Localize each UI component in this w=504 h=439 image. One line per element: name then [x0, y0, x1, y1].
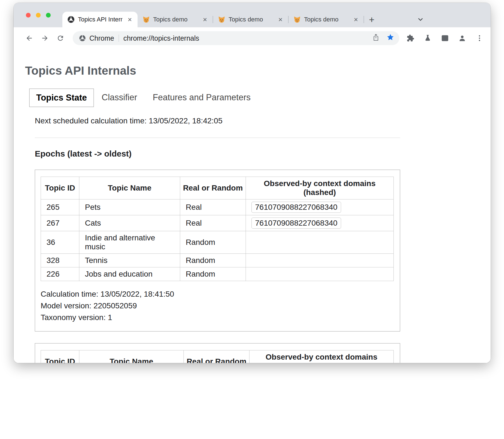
tab-features-and-parameters[interactable]: Features and Parameters [145, 89, 259, 107]
cell-observed-by [246, 231, 394, 254]
cell-topic-name: Pets [79, 199, 180, 215]
extensions-puzzle-icon[interactable] [405, 33, 416, 44]
table-row: 267 Cats Real 7610709088227068340 [41, 215, 394, 231]
page-tabs: Topics State Classifier Features and Par… [29, 89, 479, 107]
tab-close-icon[interactable]: × [277, 16, 284, 23]
browser-toolbar: Chrome chrome://topics-internals [14, 27, 491, 49]
cell-real-or-random: Random [180, 254, 246, 267]
cell-real-or-random: Real [180, 199, 246, 215]
reload-icon[interactable] [54, 32, 67, 44]
forward-icon[interactable] [39, 32, 51, 44]
tab-title: Topics API Intern [78, 16, 123, 23]
table-header-row: Topic ID Topic Name Real or Random Obser… [41, 177, 394, 199]
model-version: Model version: 2205052059 [41, 300, 394, 312]
cell-topic-name: Cats [79, 215, 180, 231]
tab-strip: Topics API Intern × Topics demo × [14, 3, 491, 27]
cell-real-or-random: Random [180, 231, 246, 254]
side-panel-icon[interactable] [439, 33, 451, 44]
cell-topic-name: Tennis [79, 254, 180, 267]
hashed-domain-chip: 7610709088227068340 [251, 202, 341, 213]
cell-real-or-random: Random [180, 267, 246, 281]
header-real-or-random: Real or Random [180, 177, 246, 199]
table-header-row: Topic ID Topic Name Real or Random Obser… [41, 350, 394, 363]
new-tab-button[interactable]: + [364, 12, 380, 27]
table-row: 265 Pets Real 7610709088227068340 [41, 199, 394, 215]
hashed-domain-chip: 7610709088227068340 [251, 218, 341, 229]
bookmark-star-icon[interactable] [386, 33, 394, 43]
cat-icon [293, 16, 301, 23]
header-observed-by: Observed-by context domains (hashed) [246, 177, 394, 199]
tab-topics-state[interactable]: Topics State [29, 89, 94, 107]
table-row: 36 Indie and alternative music Random [41, 231, 394, 254]
tab-close-icon[interactable]: × [126, 16, 134, 23]
labs-flask-icon[interactable] [422, 33, 433, 44]
cell-topic-name: Jobs and education [79, 267, 180, 281]
cell-observed-by [246, 254, 394, 267]
tab-title: Topics demo [304, 16, 349, 23]
browser-tab-topics-internals[interactable]: Topics API Intern × [62, 12, 138, 27]
cell-topic-id: 267 [41, 215, 79, 231]
epochs-heading: Epochs (latest -> oldest) [35, 149, 479, 158]
table-row: 328 Tennis Random [41, 254, 394, 267]
url-text[interactable]: chrome://topics-internals [123, 34, 369, 42]
site-label: Chrome [89, 34, 114, 42]
epoch-table: Topic ID Topic Name Real or Random Obser… [41, 177, 394, 281]
cell-topic-id: 36 [41, 231, 79, 254]
cell-topic-id: 328 [41, 254, 79, 267]
epoch-panel-previous: Topic ID Topic Name Real or Random Obser… [35, 343, 400, 363]
epoch-meta: Calculation time: 13/05/2022, 18:41:50 M… [41, 288, 394, 323]
close-window-button[interactable] [26, 13, 31, 18]
share-icon[interactable] [372, 33, 380, 43]
tab-overflow-chevron-icon[interactable] [414, 12, 427, 27]
header-topic-name: Topic Name [79, 177, 180, 199]
browser-window: Topics API Intern × Topics demo × [14, 3, 491, 363]
back-icon[interactable] [23, 32, 35, 44]
cell-topic-name: Indie and alternative music [79, 231, 180, 254]
next-calculation-time: Next scheduled calculation time: 13/05/2… [35, 116, 479, 125]
browser-tab-topics-demo-3[interactable]: Topics demo × [288, 12, 364, 27]
cell-real-or-random: Real [180, 215, 246, 231]
tab-close-icon[interactable]: × [201, 16, 209, 23]
zoom-window-button[interactable] [46, 13, 51, 18]
epoch-table: Topic ID Topic Name Real or Random Obser… [41, 350, 394, 363]
profile-avatar-icon[interactable] [457, 33, 468, 44]
header-real-or-random: Real or Random [184, 350, 249, 363]
taxonomy-version: Taxonomy version: 1 [41, 312, 394, 323]
cell-topic-id: 265 [41, 199, 79, 215]
address-bar[interactable]: Chrome chrome://topics-internals [73, 31, 399, 45]
tab-title: Topics demo [229, 16, 273, 23]
cat-icon [218, 16, 225, 23]
cell-observed-by: 7610709088227068340 [246, 199, 394, 215]
cell-observed-by [246, 267, 394, 281]
chrome-internals-icon [67, 16, 75, 23]
minimize-window-button[interactable] [36, 13, 41, 18]
screen: Topics API Intern × Topics demo × [0, 0, 504, 439]
header-observed-by: Observed-by context domains (hashed) [249, 350, 394, 363]
page-title: Topics API Internals [25, 64, 479, 77]
browser-tab-topics-demo-2[interactable]: Topics demo × [213, 12, 288, 27]
menu-kebab-icon[interactable] [474, 33, 485, 44]
tab-close-icon[interactable]: × [352, 16, 360, 23]
epoch-panel-latest: Topic ID Topic Name Real or Random Obser… [35, 170, 400, 331]
header-topic-name: Topic Name [79, 350, 184, 363]
omnibox-separator [119, 35, 119, 42]
header-topic-id: Topic ID [41, 177, 79, 199]
browser-tab-topics-demo-1[interactable]: Topics demo × [138, 12, 213, 27]
page-content: Topics API Internals Topics State Classi… [14, 49, 491, 363]
tab-title: Topics demo [153, 16, 198, 23]
chrome-logo-icon [79, 35, 86, 42]
cell-topic-id: 226 [41, 267, 79, 281]
header-topic-id: Topic ID [41, 350, 79, 363]
cell-observed-by: 7610709088227068340 [246, 215, 394, 231]
cat-icon [143, 16, 150, 23]
divider [35, 138, 400, 138]
calculation-time: Calculation time: 13/05/2022, 18:41:50 [41, 288, 394, 300]
table-row: 226 Jobs and education Random [41, 267, 394, 281]
tab-classifier[interactable]: Classifier [94, 89, 145, 107]
traffic-lights [14, 13, 62, 18]
